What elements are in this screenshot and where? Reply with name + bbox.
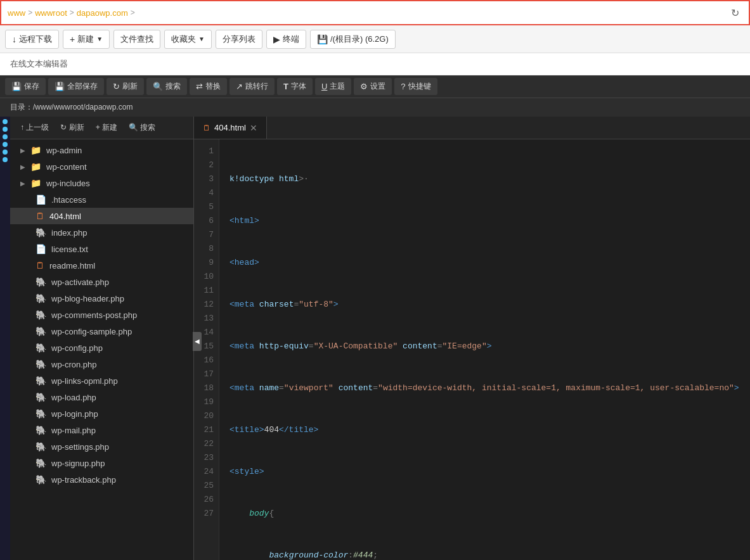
breadcrumb-domain[interactable]: dapaowp.com <box>77 8 128 18</box>
tab-404-html[interactable]: 🗒 404.html ✕ <box>194 117 267 139</box>
breadcrumb-wwwroot[interactable]: wwwroot <box>35 8 67 18</box>
html-file-icon: 🗒 <box>36 211 44 221</box>
breadcrumb-refresh-button[interactable]: ↻ <box>727 5 742 20</box>
file-item-htaccess[interactable]: 📄 .htaccess <box>10 191 193 208</box>
file-icon: 📄 <box>36 194 46 205</box>
file-panel: ↑ 上一级 ↻ 刷新 + 新建 🔍 搜索 ▶ 📁 wp-admin ▶ 📁 wp… <box>10 117 194 560</box>
tab-html-icon: 🗒 <box>203 124 210 132</box>
panel-collapse-button[interactable]: ◀ <box>193 332 202 351</box>
settings-button[interactable]: ⚙ 设置 <box>354 78 392 95</box>
file-name: readme.html <box>49 261 95 270</box>
file-item-wp-includes[interactable]: ▶ 📁 wp-includes <box>10 175 193 191</box>
file-item-wp-mail[interactable]: 🐘 wp-mail.php <box>10 422 193 438</box>
line-num-12: 12 <box>197 298 214 312</box>
file-item-wp-settings[interactable]: 🐘 wp-settings.php <box>10 438 193 455</box>
file-name: wp-links-opml.php <box>51 376 118 386</box>
file-item-wp-trackback[interactable]: 🐘 wp-trackback.php <box>10 471 193 488</box>
code-line-10: background-color:#444; <box>230 549 740 560</box>
breadcrumb-sep-1: > <box>28 8 32 17</box>
line-num-18: 18 <box>197 381 214 395</box>
indicator-3 <box>3 134 8 139</box>
line-num-2: 2 <box>197 158 214 172</box>
file-item-404[interactable]: 🗒 404.html <box>10 208 193 224</box>
share-list-label: 分享列表 <box>223 34 255 45</box>
file-item-license[interactable]: 📄 license.txt <box>10 241 193 257</box>
line-num-20: 20 <box>197 409 214 423</box>
php-file-icon: 🐘 <box>36 458 46 468</box>
file-name: wp-load.php <box>51 393 96 402</box>
terminal-button[interactable]: ▶ 终端 <box>266 30 306 49</box>
share-list-button[interactable]: 分享列表 <box>216 30 262 49</box>
go-up-button[interactable]: ↑ 上一级 <box>16 120 53 135</box>
file-name: wp-config.php <box>51 343 103 353</box>
goto-line-button[interactable]: ↗ 跳转行 <box>230 78 275 95</box>
replace-button[interactable]: ⇄ 替换 <box>190 78 227 95</box>
file-item-index-php[interactable]: 🐘 index.php <box>10 224 193 241</box>
save-button[interactable]: 💾 保存 <box>5 78 46 95</box>
php-file-icon: 🐘 <box>36 409 46 419</box>
file-item-wp-admin[interactable]: ▶ 📁 wp-admin <box>10 142 193 158</box>
code-content[interactable]: k!doctype html>· <html> <head> <meta cha… <box>219 139 750 560</box>
remote-download-button[interactable]: ↓ 远程下载 <box>5 30 59 49</box>
panel-refresh-button[interactable]: ↻ 刷新 <box>56 120 87 135</box>
font-icon: T <box>283 82 288 91</box>
replace-icon: ⇄ <box>196 82 203 91</box>
new-button[interactable]: + 新建 ▼ <box>63 30 110 49</box>
root-dir-button[interactable]: 💾 /(根目录) (6.2G) <box>310 30 396 49</box>
php-file-icon: 🐘 <box>36 227 46 238</box>
theme-button[interactable]: U 主题 <box>315 78 351 95</box>
file-item-wp-blog-header[interactable]: 🐘 wp-blog-header.php <box>10 290 193 307</box>
folder-icon: 📁 <box>30 145 41 155</box>
root-dir-label: /(根目录) (6.2G) <box>330 34 389 45</box>
indicator-5 <box>3 150 8 155</box>
save-label: 保存 <box>24 81 39 92</box>
panel-new-button[interactable]: + 新建 <box>92 120 121 135</box>
file-item-wp-load[interactable]: 🐘 wp-load.php <box>10 389 193 405</box>
file-name: wp-config-sample.php <box>51 327 132 336</box>
line-num-9: 9 <box>197 256 214 270</box>
php-file-icon: 🐘 <box>36 474 46 485</box>
file-item-wp-config[interactable]: 🐘 wp-config.php <box>10 340 193 356</box>
file-item-wp-links-opml[interactable]: 🐘 wp-links-opml.php <box>10 372 193 389</box>
goto-icon: ↗ <box>236 82 243 91</box>
favorites-button[interactable]: 收藏夹 ▼ <box>164 30 212 49</box>
line-num-22: 22 <box>197 437 214 451</box>
save-all-button[interactable]: 💾 全部保存 <box>48 78 104 95</box>
shortcuts-icon: ? <box>401 82 405 91</box>
file-name: wp-mail.php <box>51 426 96 435</box>
directory-path: 目录：/www/wwwroot/dapaowp.com <box>10 103 133 111</box>
font-button[interactable]: T 字体 <box>277 78 313 95</box>
tab-close-button[interactable]: ✕ <box>250 123 257 133</box>
panel-search-button[interactable]: 🔍 搜索 <box>125 120 159 135</box>
code-line-5: <meta http-equiv="X-UA-Compatible" conte… <box>230 340 740 353</box>
php-file-icon: 🐘 <box>36 359 46 369</box>
file-name: .htaccess <box>51 195 86 205</box>
shortcuts-label: 快捷键 <box>408 81 431 92</box>
breadcrumb-www[interactable]: www <box>8 8 25 18</box>
line-num-1: 1 <box>197 144 214 158</box>
file-item-wp-comments-post[interactable]: 🐘 wp-comments-post.php <box>10 307 193 323</box>
file-item-wp-cron[interactable]: 🐘 wp-cron.php <box>10 356 193 372</box>
shortcuts-button[interactable]: ? 快捷键 <box>394 78 437 95</box>
file-search-button[interactable]: 文件查找 <box>113 30 160 49</box>
line-num-21: 21 <box>197 423 214 437</box>
refresh-button[interactable]: ↻ 刷新 <box>107 78 144 95</box>
file-item-wp-activate[interactable]: 🐘 wp-activate.php <box>10 274 193 290</box>
line-num-16: 16 <box>197 353 214 367</box>
indicator-4 <box>3 142 8 147</box>
php-file-icon: 🐘 <box>36 425 46 435</box>
search-label: 搜索 <box>165 81 181 92</box>
file-name: wp-login.php <box>51 409 98 419</box>
file-item-wp-signup[interactable]: 🐘 wp-signup.php <box>10 455 193 471</box>
file-item-readme[interactable]: 🗒 readme.html <box>10 257 193 274</box>
code-area[interactable]: 1 2 3 4 5 6 7 8 9 10 11 12 13 14 15 16 1… <box>194 139 750 560</box>
file-item-wp-config-sample[interactable]: 🐘 wp-config-sample.php <box>10 323 193 340</box>
replace-label: 替换 <box>205 81 221 92</box>
new-label: 新建 <box>77 34 94 45</box>
file-item-wp-content[interactable]: ▶ 📁 wp-content <box>10 158 193 175</box>
line-num-4: 4 <box>197 186 214 200</box>
file-item-wp-login[interactable]: 🐘 wp-login.php <box>10 405 193 422</box>
new-arrow-icon: ▼ <box>96 35 103 42</box>
search-button[interactable]: 🔍 搜索 <box>146 78 187 95</box>
php-file-icon: 🐘 <box>36 326 46 336</box>
